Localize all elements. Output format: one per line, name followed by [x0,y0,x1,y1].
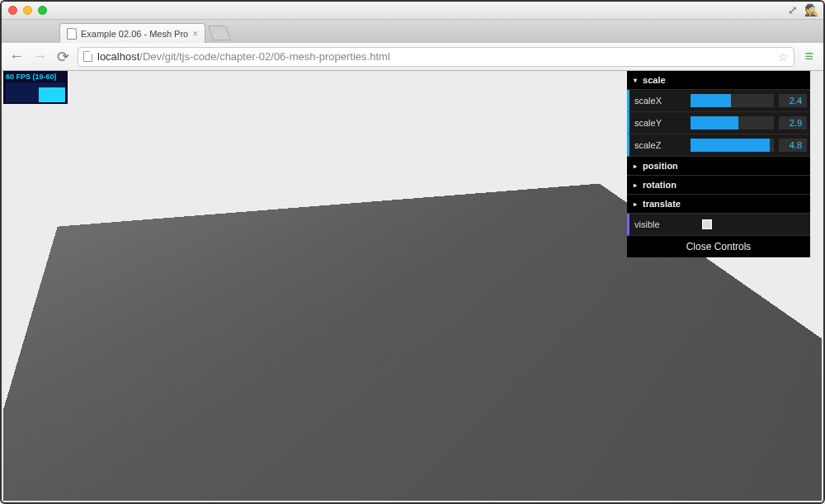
caret-down-icon: ▾ [634,77,637,84]
address-bar[interactable]: localhost /Dev/git/tjs-code/chapter-02/0… [78,47,794,67]
folder-scale[interactable]: ▾ scale [627,71,810,90]
slider-fill [691,94,731,107]
browser-tab[interactable]: Example 02.06 - Mesh Pro × [59,23,205,43]
fps-label: 60 FPS (19-60) [6,73,65,81]
control-label: scaleZ [629,140,691,150]
folder-rotation[interactable]: ▸ rotation [627,176,810,195]
close-tab-icon[interactable]: × [192,28,198,40]
window-controls [8,6,47,15]
tab-strip: Example 02.06 - Mesh Pro × [2,20,823,43]
control-scalex: scaleX 2.4 [627,90,810,112]
close-controls-button[interactable]: Close Controls [627,236,810,257]
control-visible: visible [627,214,810,236]
close-window-button[interactable] [8,6,17,15]
forward-button[interactable]: → [31,48,48,65]
fps-graph [6,82,65,102]
tab-title: Example 02.06 - Mesh Pro [81,29,188,39]
chrome-menu-icon[interactable]: ≡ [801,48,817,65]
reload-button[interactable]: ⟳ [54,48,71,66]
url-path: /Dev/git/tjs-code/chapter-02/06-mesh-pro… [139,50,389,63]
page-icon [83,51,92,62]
value-scalez[interactable]: 4.8 [779,139,807,152]
webgl-viewport[interactable]: 60 FPS (19-60) ▾ scale scaleX 2.4 scaleY… [3,71,822,501]
caret-right-icon: ▸ [634,200,637,208]
slider-fill [691,116,738,130]
caret-right-icon: ▸ [634,181,637,189]
fps-graph-bar [39,87,65,102]
slider-scalez[interactable] [691,139,774,152]
control-scaley: scaleY 2.9 [627,112,810,134]
minimize-window-button[interactable] [23,6,32,15]
folder-translate[interactable]: ▸ translate [627,195,810,214]
slider-scaley[interactable] [691,116,774,130]
folder-position[interactable]: ▸ position [627,157,810,176]
control-label: scaleY [629,118,691,128]
control-label: scaleX [629,96,691,106]
folder-label: scale [643,75,666,85]
folder-label: rotation [643,180,676,190]
checkbox-visible[interactable] [702,219,712,229]
window-titlebar: ⤢ 🕵 [2,2,823,20]
control-label: visible [629,219,691,229]
back-button[interactable]: ← [8,48,25,65]
browser-toolbar: ← → ⟳ localhost /Dev/git/tjs-code/chapte… [2,43,823,71]
bookmark-icon[interactable]: ☆ [778,50,789,64]
new-tab-button[interactable] [208,26,232,40]
value-scaley[interactable]: 2.9 [779,116,807,130]
fullscreen-icon[interactable]: ⤢ [788,3,798,16]
page-icon [67,28,77,40]
value-scalex[interactable]: 2.4 [779,94,807,107]
url-host: localhost [97,50,139,63]
incognito-icon: 🕵 [804,3,818,16]
caret-right-icon: ▸ [634,163,637,170]
slider-fill [691,139,770,152]
folder-label: position [643,161,678,171]
dat-gui-panel: ▾ scale scaleX 2.4 scaleY 2.9 scaleZ 4.8 [627,71,810,257]
maximize-window-button[interactable] [38,6,47,15]
fps-stats[interactable]: 60 FPS (19-60) [3,71,68,104]
slider-scalex[interactable] [691,94,774,107]
control-scalez: scaleZ 4.8 [627,134,810,157]
folder-label: translate [643,199,681,209]
